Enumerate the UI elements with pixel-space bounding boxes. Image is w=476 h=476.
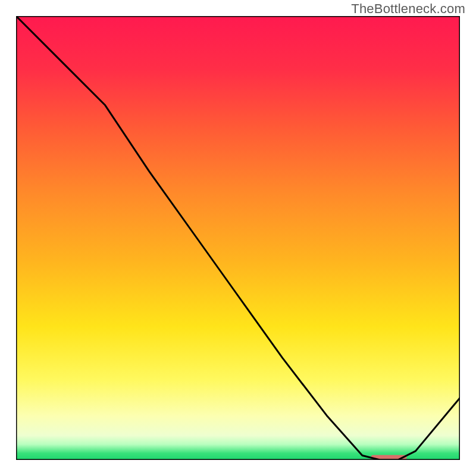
watermark-text: TheBottleneck.com — [351, 1, 465, 17]
bottleneck-chart — [16, 16, 460, 460]
